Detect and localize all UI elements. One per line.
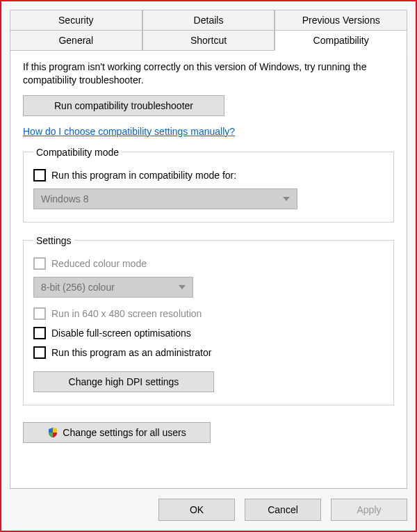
checkbox-reduced-colour-label: Reduced colour mode	[51, 258, 147, 269]
tab-details[interactable]: Details	[142, 10, 275, 31]
compatibility-panel: If this program isn't working correctly …	[10, 51, 407, 489]
checkbox-disable-fullscreen-label: Disable full-screen optimisations	[51, 328, 191, 339]
checkbox-reduced-colour	[33, 257, 46, 270]
run-troubleshooter-button[interactable]: Run compatibility troubleshooter	[23, 95, 224, 116]
checkbox-low-res	[33, 307, 46, 320]
cancel-button[interactable]: Cancel	[245, 499, 321, 521]
tab-row-2: General Shortcut Compatibility	[10, 31, 407, 51]
change-all-users-button[interactable]: Change settings for all users	[23, 422, 211, 443]
checkbox-compat-mode-label: Run this program in compatibility mode f…	[51, 170, 236, 181]
group-settings: Settings Reduced colour mode 8-bit (256)…	[23, 235, 394, 405]
change-dpi-button[interactable]: Change high DPI settings	[33, 371, 214, 392]
intro-text: If this program isn't working correctly …	[23, 61, 394, 87]
tab-compatibility[interactable]: Compatibility	[275, 31, 407, 51]
group-compatibility-mode: Compatibility mode Run this program in c…	[23, 147, 394, 223]
dialog-footer: OK Cancel Apply	[10, 489, 407, 521]
checkbox-low-res-label: Run in 640 x 480 screen resolution	[51, 308, 202, 319]
tab-general[interactable]: General	[10, 31, 142, 51]
apply-button[interactable]: Apply	[331, 499, 407, 521]
group-compat-legend: Compatibility mode	[33, 147, 122, 158]
chevron-down-icon	[179, 285, 186, 289]
shield-icon	[47, 427, 58, 438]
select-compat-os[interactable]: Windows 8	[33, 188, 297, 209]
checkbox-run-admin-label: Run this program as an administrator	[51, 347, 211, 358]
select-colour-mode-value: 8-bit (256) colour	[41, 282, 115, 293]
select-colour-mode: 8-bit (256) colour	[33, 277, 193, 298]
change-all-users-label: Change settings for all users	[63, 427, 186, 438]
properties-dialog: Security Details Previous Versions Gener…	[0, 0, 417, 532]
ok-button[interactable]: OK	[158, 499, 235, 521]
chevron-down-icon	[283, 197, 290, 201]
select-compat-os-value: Windows 8	[41, 193, 88, 204]
help-link[interactable]: How do I choose compatibility settings m…	[23, 126, 235, 137]
checkbox-run-admin[interactable]	[33, 346, 46, 359]
tab-shortcut[interactable]: Shortcut	[142, 31, 275, 51]
tab-previous-versions[interactable]: Previous Versions	[275, 10, 407, 31]
tab-row-1: Security Details Previous Versions	[10, 10, 407, 31]
checkbox-disable-fullscreen[interactable]	[33, 327, 46, 339]
checkbox-compat-mode[interactable]	[33, 169, 46, 182]
group-settings-legend: Settings	[33, 235, 74, 246]
tab-security[interactable]: Security	[10, 10, 142, 31]
